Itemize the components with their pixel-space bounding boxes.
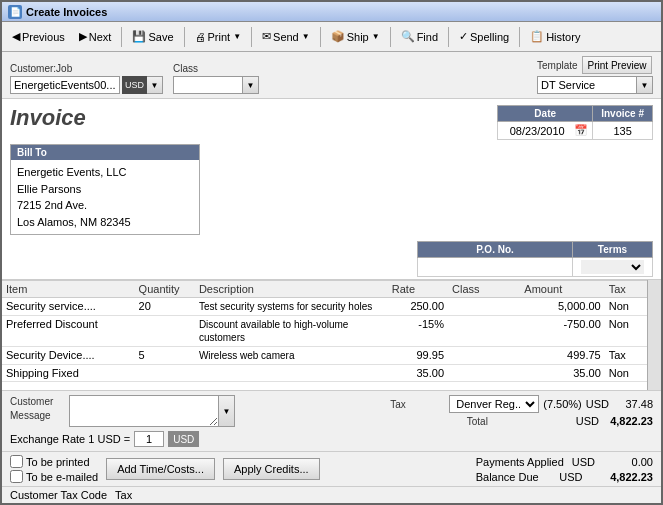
terms-header: Terms [573, 242, 653, 258]
table-row[interactable]: Shipping Fixed 35.00 35.00 Non [2, 365, 647, 382]
payments-applied-value: 0.00 [603, 456, 653, 468]
amount-cell: 5,000.00 [520, 298, 604, 316]
tax-status-label: Tax [115, 489, 132, 501]
class-dropdown-btn[interactable]: ▼ [243, 76, 259, 94]
table-row[interactable]: Preferred Discount Discount available to… [2, 316, 647, 347]
toolbar: ◀ Previous ▶ Next 💾 Save 🖨 Print ▼ ✉ Sen… [2, 22, 661, 52]
balance-due-row: Balance Due USD 4,822.23 [476, 471, 653, 483]
bill-to-line2: Ellie Parsons [17, 181, 193, 198]
template-group: Template Print Preview ▼ [537, 56, 653, 94]
item-cell: Preferred Discount [2, 316, 135, 347]
total-amount: 4,822.23 [603, 415, 653, 427]
po-no-input[interactable] [426, 261, 564, 273]
sep7 [519, 27, 520, 47]
bottom-bar: To be printed To be e-mailed Add Time/Co… [2, 451, 661, 486]
exchange-label: Exchange Rate 1 USD = [10, 433, 130, 445]
send-arrow-icon: ▼ [302, 32, 310, 41]
to-be-printed-label: To be printed [26, 456, 90, 468]
table-row[interactable]: Security Device.... 5 Wireless web camer… [2, 347, 647, 365]
total-row: Total USD 4,822.23 [467, 415, 653, 427]
terms-select[interactable] [581, 260, 644, 274]
template-input[interactable] [537, 76, 637, 94]
print-preview-button[interactable]: Print Preview [582, 56, 653, 74]
tax-cell: Non [605, 365, 647, 382]
scrollbar[interactable] [647, 280, 661, 390]
tax-rate: (7.50%) [543, 398, 582, 410]
balance-due-currency: USD [559, 471, 582, 483]
ship-label: Ship [347, 31, 369, 43]
template-dropdown-btn[interactable]: ▼ [637, 76, 653, 94]
bill-to-line1: Energetic Events, LLC [17, 164, 193, 181]
date-input[interactable] [502, 125, 572, 137]
item-cell: Security Device.... [2, 347, 135, 365]
ship-button[interactable]: 📦 Ship ▼ [325, 25, 386, 49]
next-button[interactable]: ▶ Next [73, 25, 118, 49]
tax-code-select[interactable]: Denver Reg.... [449, 395, 539, 413]
customer-message-group: Customer Message ▼ [10, 395, 235, 427]
class-group: Class ▼ [173, 63, 259, 94]
exchange-input[interactable] [134, 431, 164, 447]
qty-cell [135, 365, 195, 382]
save-button[interactable]: 💾 Save [126, 25, 179, 49]
total-currency: USD [576, 415, 599, 427]
date-invoice-table: Date Invoice # 📅 [497, 105, 653, 140]
customer-job-combo: USD ▼ [10, 76, 163, 94]
exchange-row: Exchange Rate 1 USD = USD [10, 431, 653, 447]
to-be-emailed-checkbox[interactable] [10, 470, 23, 483]
customer-msg-dropdown-btn[interactable]: ▼ [219, 395, 235, 427]
invoice-top: Invoice Date Invoice # 📅 [2, 99, 661, 144]
col-rate: Rate [388, 281, 448, 298]
invoice-num-input[interactable] [598, 125, 648, 137]
tax-row: Tax Denver Reg.... (7.50%) USD 37.48 [390, 395, 653, 413]
add-time-costs-button[interactable]: Add Time/Costs... [106, 458, 215, 480]
history-button[interactable]: 📋 History [524, 25, 586, 49]
bill-to-content[interactable]: Energetic Events, LLC Ellie Parsons 7215… [11, 160, 199, 234]
tax-cell: Tax [605, 347, 647, 365]
payments-section: Payments Applied USD 0.00 Balance Due US… [476, 456, 653, 483]
rate-cell: 35.00 [388, 365, 448, 382]
to-be-emailed-label: To be e-mailed [26, 471, 98, 483]
main-window: 📄 Create Invoices ◀ Previous ▶ Next 💾 Sa… [0, 0, 663, 505]
calendar-icon[interactable]: 📅 [574, 124, 588, 137]
desc-cell: Wireless web camera [195, 347, 388, 365]
sep4 [320, 27, 321, 47]
send-button[interactable]: ✉ Send ▼ [256, 25, 316, 49]
send-label: Send [273, 31, 299, 43]
class-input[interactable] [173, 76, 243, 94]
to-be-printed-row: To be printed [10, 455, 98, 468]
tax-cell: Non [605, 298, 647, 316]
invoice-body: Customer:Job USD ▼ Class ▼ Template Prin… [2, 52, 661, 503]
customer-job-input[interactable] [10, 76, 120, 94]
bill-to-box: Bill To Energetic Events, LLC Ellie Pars… [10, 144, 200, 235]
col-amount: Amount [520, 281, 604, 298]
next-label: Next [89, 31, 112, 43]
print-button[interactable]: 🖨 Print ▼ [189, 25, 248, 49]
po-terms-row: P.O. No. Terms [2, 239, 661, 279]
date-cell: 📅 [498, 122, 593, 140]
print-icon: 🖨 [195, 31, 206, 43]
spelling-button[interactable]: ✓ Spelling [453, 25, 515, 49]
sep5 [390, 27, 391, 47]
currency-badge: USD [122, 76, 147, 94]
balance-due-label: Balance Due [476, 471, 539, 483]
find-button[interactable]: 🔍 Find [395, 25, 444, 49]
item-cell: Shipping Fixed [2, 365, 135, 382]
history-label: History [546, 31, 580, 43]
customer-message-input[interactable] [69, 395, 219, 427]
ship-arrow-icon: ▼ [372, 32, 380, 41]
template-combo: ▼ [537, 76, 653, 94]
qty-cell: 20 [135, 298, 195, 316]
to-be-printed-checkbox[interactable] [10, 455, 23, 468]
desc-cell: Test security systems for security holes [195, 298, 388, 316]
template-row: Template Print Preview [537, 56, 653, 74]
previous-button[interactable]: ◀ Previous [6, 25, 71, 49]
footer-area: Customer Message ▼ Tax Denver Reg.... [2, 390, 661, 451]
payments-applied-row: Payments Applied USD 0.00 [476, 456, 653, 468]
checkbox-group: To be printed To be e-mailed [10, 455, 98, 483]
apply-credits-button[interactable]: Apply Credits... [223, 458, 320, 480]
table-row[interactable]: Security service.... 20 Test security sy… [2, 298, 647, 316]
customer-dropdown-btn[interactable]: ▼ [147, 76, 163, 94]
tax-cell: Non [605, 316, 647, 347]
tax-amount: 37.48 [613, 398, 653, 410]
line-items-container: Item Quantity Description Rate Class Amo… [2, 279, 661, 390]
